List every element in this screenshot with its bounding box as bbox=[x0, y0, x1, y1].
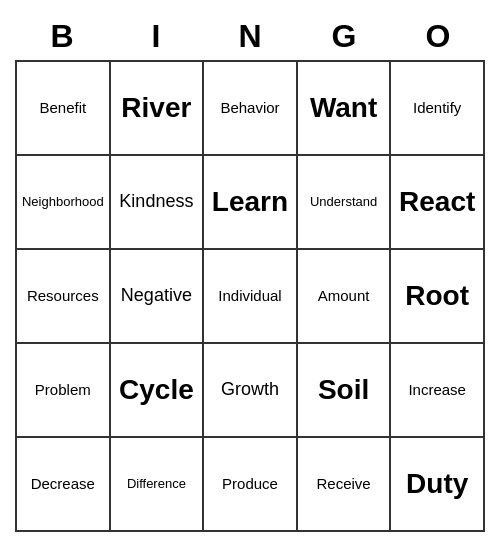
bingo-cell: Produce bbox=[204, 438, 298, 532]
bingo-cell: Understand bbox=[298, 156, 392, 250]
bingo-cell: React bbox=[391, 156, 485, 250]
cell-text: Soil bbox=[318, 375, 369, 406]
cell-text: Resources bbox=[27, 288, 99, 305]
bingo-cell: Want bbox=[298, 62, 392, 156]
cell-text: Individual bbox=[218, 288, 281, 305]
bingo-header: BINGO bbox=[15, 12, 485, 60]
cell-text: Difference bbox=[127, 477, 186, 491]
cell-text: Cycle bbox=[119, 375, 194, 406]
bingo-cell: Problem bbox=[17, 344, 111, 438]
bingo-cell: Neighborhood bbox=[17, 156, 111, 250]
cell-text: Want bbox=[310, 93, 377, 124]
bingo-cell: River bbox=[111, 62, 205, 156]
cell-text: Neighborhood bbox=[22, 195, 104, 209]
cell-text: Understand bbox=[310, 195, 377, 209]
bingo-grid: BenefitRiverBehaviorWantIdentifyNeighbor… bbox=[15, 60, 485, 532]
bingo-cell: Receive bbox=[298, 438, 392, 532]
cell-text: Receive bbox=[316, 476, 370, 493]
cell-text: Behavior bbox=[220, 100, 279, 117]
bingo-cell: Difference bbox=[111, 438, 205, 532]
cell-text: Amount bbox=[318, 288, 370, 305]
bingo-cell: Behavior bbox=[204, 62, 298, 156]
bingo-cell: Increase bbox=[391, 344, 485, 438]
cell-text: Identify bbox=[413, 100, 461, 117]
cell-text: Duty bbox=[406, 469, 468, 500]
cell-text: Benefit bbox=[39, 100, 86, 117]
bingo-cell: Amount bbox=[298, 250, 392, 344]
cell-text: Negative bbox=[121, 286, 192, 306]
bingo-cell: Learn bbox=[204, 156, 298, 250]
cell-text: River bbox=[121, 93, 191, 124]
bingo-cell: Cycle bbox=[111, 344, 205, 438]
bingo-card: BINGO BenefitRiverBehaviorWantIdentifyNe… bbox=[15, 12, 485, 532]
bingo-cell: Soil bbox=[298, 344, 392, 438]
header-letter: B bbox=[15, 12, 109, 60]
bingo-cell: Kindness bbox=[111, 156, 205, 250]
bingo-cell: Duty bbox=[391, 438, 485, 532]
cell-text: Growth bbox=[221, 380, 279, 400]
bingo-cell: Decrease bbox=[17, 438, 111, 532]
cell-text: Decrease bbox=[31, 476, 95, 493]
cell-text: Produce bbox=[222, 476, 278, 493]
cell-text: Kindness bbox=[119, 192, 193, 212]
bingo-cell: Root bbox=[391, 250, 485, 344]
bingo-cell: Negative bbox=[111, 250, 205, 344]
bingo-cell: Individual bbox=[204, 250, 298, 344]
bingo-cell: Identify bbox=[391, 62, 485, 156]
bingo-cell: Growth bbox=[204, 344, 298, 438]
header-letter: I bbox=[109, 12, 203, 60]
cell-text: Learn bbox=[212, 187, 288, 218]
header-letter: O bbox=[391, 12, 485, 60]
cell-text: Problem bbox=[35, 382, 91, 399]
cell-text: Root bbox=[405, 281, 469, 312]
bingo-cell: Benefit bbox=[17, 62, 111, 156]
header-letter: N bbox=[203, 12, 297, 60]
header-letter: G bbox=[297, 12, 391, 60]
bingo-cell: Resources bbox=[17, 250, 111, 344]
cell-text: Increase bbox=[408, 382, 466, 399]
cell-text: React bbox=[399, 187, 475, 218]
